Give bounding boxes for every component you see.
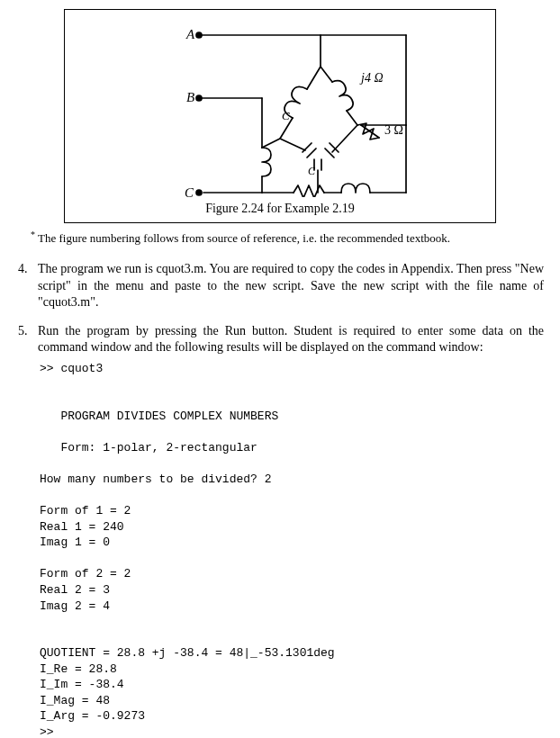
- label-b: B: [186, 90, 194, 104]
- code-line: >>: [40, 725, 54, 738]
- code-line: I_Arg = -0.9273: [40, 709, 145, 723]
- code-line: Real 2 = 3: [40, 583, 110, 597]
- svg-line-19: [347, 111, 357, 125]
- label-c-small1: C: [282, 109, 290, 122]
- code-line: PROGRAM DIVIDES COMPLEX NUMBERS: [40, 410, 278, 423]
- label-c-small2: C: [308, 165, 316, 177]
- step-4: 4. The program we run is cquot3.m. You a…: [38, 261, 544, 310]
- step-body: Run the program by pressing the Run butt…: [38, 324, 544, 354]
- step-number: 5.: [18, 323, 28, 339]
- code-line: Form of 2 = 2: [40, 567, 131, 580]
- code-line: Imag 2 = 4: [40, 599, 110, 613]
- svg-line-15: [307, 67, 321, 89]
- page: A B C C C j4 Ω 3 Ω Figure 2.24 for Examp…: [0, 0, 560, 738]
- code-line: >> cquot3: [40, 362, 103, 375]
- footnote-text: The figure numbering follows from source…: [38, 232, 450, 246]
- svg-line-18: [321, 67, 332, 82]
- code-line: I_Im = -38.4: [40, 678, 124, 691]
- code-line: I_Mag = 48: [40, 694, 110, 707]
- svg-line-28: [332, 125, 357, 152]
- svg-line-27: [280, 139, 305, 150]
- command-window-output: >> cquot3 PROGRAM DIVIDES COMPLEX NUMBER…: [40, 361, 544, 738]
- code-line: QUOTIENT = 28.8 +j -38.4 = 48|_-53.1301d…: [40, 646, 335, 660]
- svg-line-23: [325, 148, 334, 158]
- step-number: 4.: [18, 261, 28, 277]
- svg-point-9: [196, 190, 202, 195]
- code-line: Form: 1-polar, 2-rectangular: [40, 441, 257, 454]
- code-line: How many numbers to be divided? 2: [40, 472, 271, 486]
- figure-box: A B C C C j4 Ω 3 Ω Figure 2.24 for Examp…: [64, 9, 496, 223]
- label-j4: j4 Ω: [359, 71, 384, 85]
- instruction-list: 4. The program we run is cquot3.m. You a…: [16, 261, 544, 738]
- step-body: The program we run is cquot3.m. You are …: [38, 262, 544, 308]
- code-line: I_Re = 28.8: [40, 662, 117, 676]
- footnote: * The figure numbering follows from sour…: [31, 229, 544, 247]
- code-line: Real 1 = 240: [40, 520, 124, 534]
- circuit-diagram: A B C C C j4 Ω 3 Ω: [127, 17, 433, 197]
- footnote-mark: *: [31, 230, 35, 239]
- svg-line-17: [262, 139, 280, 148]
- svg-line-22: [307, 148, 316, 158]
- figure-caption: Figure 2.24 for Example 2.19: [74, 201, 486, 217]
- label-c-bottom: C: [185, 185, 194, 197]
- code-line: Form of 1 = 2: [40, 504, 131, 518]
- code-line: Imag 1 = 0: [40, 536, 110, 549]
- label-a: A: [185, 27, 195, 41]
- step-5: 5. Run the program by pressing the Run b…: [38, 323, 544, 738]
- label-r3: 3 Ω: [384, 123, 403, 137]
- svg-line-21: [303, 143, 312, 152]
